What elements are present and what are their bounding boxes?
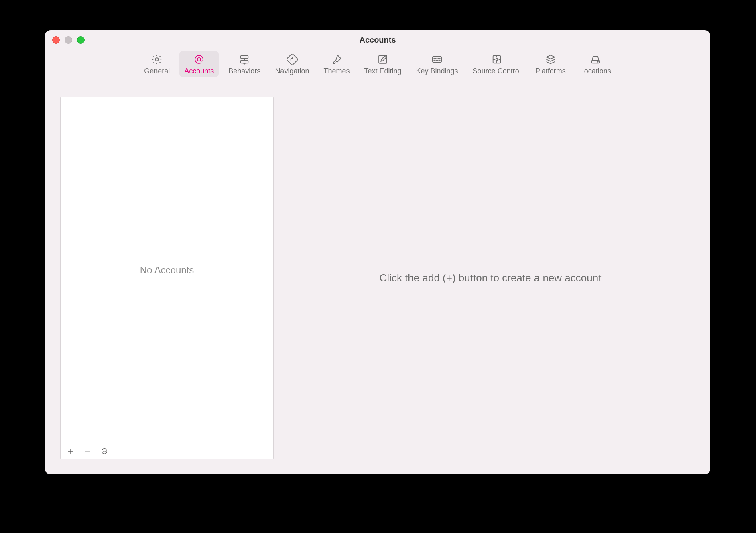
account-actions-button[interactable] [100,447,109,456]
svg-point-12 [434,60,434,61]
ellipsis-circle-icon [101,448,108,455]
svg-point-10 [438,58,439,59]
tab-navigation[interactable]: Navigation [270,51,314,77]
svg-rect-4 [287,54,298,65]
svg-point-8 [435,58,436,59]
tab-behaviors[interactable]: Behaviors [224,51,265,77]
close-window-button[interactable] [52,36,60,44]
tab-label: General [144,67,170,75]
tab-label: Text Editing [364,67,401,75]
svg-point-14 [439,60,440,61]
accounts-list: No Accounts [61,97,273,443]
tab-label: Behaviors [228,67,260,75]
svg-point-9 [437,58,437,59]
stack-icon [545,53,557,65]
preferences-window: Accounts General Accounts Behaviors [45,30,710,474]
source-control-icon [491,53,503,65]
disk-icon [589,53,602,65]
tab-accounts[interactable]: Accounts [179,51,219,77]
svg-rect-3 [241,60,248,63]
accounts-list-footer [61,443,273,459]
navigation-icon [286,53,298,65]
pencil-square-icon [377,53,389,65]
tab-label: Accounts [184,67,214,75]
content-area: No Accounts Click the add (+) button to … [45,81,710,474]
svg-point-11 [439,58,440,59]
svg-point-18 [597,61,598,62]
tab-label: Locations [580,67,611,75]
tab-general[interactable]: General [139,51,175,77]
tab-platforms[interactable]: Platforms [530,51,571,77]
add-account-hint: Click the add (+) button to create a new… [380,272,602,284]
svg-point-0 [156,58,159,61]
window-title: Accounts [45,35,710,45]
tab-source-control[interactable]: Source Control [468,51,526,77]
add-account-button[interactable] [66,447,75,456]
svg-rect-6 [433,57,441,62]
svg-point-22 [105,451,106,451]
at-sign-icon [193,53,205,65]
plus-icon [67,448,74,455]
svg-rect-2 [241,56,248,59]
minimize-window-button[interactable] [65,36,72,44]
tab-locations[interactable]: Locations [575,51,616,77]
remove-account-button[interactable] [83,447,92,456]
svg-point-1 [197,58,201,61]
accounts-list-panel: No Accounts [60,97,274,459]
tab-label: Key Bindings [416,67,458,75]
svg-point-7 [434,58,434,59]
tab-label: Themes [323,67,350,75]
svg-point-21 [104,451,104,451]
zoom-window-button[interactable] [77,36,85,44]
keyboard-icon [431,53,443,65]
tab-label: Platforms [535,67,566,75]
tab-themes[interactable]: Themes [319,51,354,77]
traffic-lights [52,36,85,44]
minus-icon [84,448,91,455]
behaviors-icon [238,53,250,65]
account-detail-panel: Click the add (+) button to create a new… [286,97,695,459]
svg-point-20 [103,451,104,451]
preferences-toolbar: General Accounts Behaviors Navigation Th [45,49,710,81]
paintbrush-icon [331,53,343,65]
svg-point-16 [496,59,498,61]
gear-icon [151,53,163,65]
tab-text-editing[interactable]: Text Editing [359,51,406,77]
titlebar: Accounts [45,30,710,49]
tab-label: Navigation [275,67,309,75]
no-accounts-label: No Accounts [140,264,194,276]
tab-key-bindings[interactable]: Key Bindings [411,51,463,77]
tab-label: Source Control [473,67,521,75]
